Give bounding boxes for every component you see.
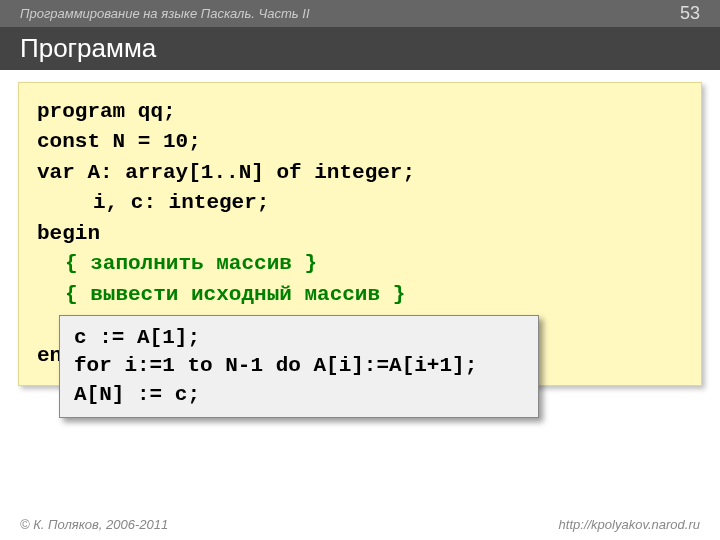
code-line: var A: array[1..N] of integer;: [37, 158, 683, 188]
footer: © К. Поляков, 2006-2011 http://kpolyakov…: [0, 511, 720, 540]
inset-code-box: c := A[1]; for i:=1 to N-1 do A[i]:=A[i+…: [59, 315, 539, 418]
header-bar: Программирование на языке Паскаль. Часть…: [0, 0, 720, 27]
code-block: program qq; const N = 10; var A: array[1…: [18, 82, 702, 386]
code-comment: { вывести исходный массив }: [37, 280, 683, 310]
page-number: 53: [680, 3, 700, 24]
inset-line: c := A[1];: [74, 324, 524, 352]
code-line: begin: [37, 219, 683, 249]
inset-line: for i:=1 to N-1 do A[i]:=A[i+1];: [74, 352, 524, 380]
code-line: i, c: integer;: [37, 188, 683, 218]
page-title: Программа: [0, 27, 720, 70]
breadcrumb: Программирование на языке Паскаль. Часть…: [20, 6, 310, 21]
inset-line: A[N] := c;: [74, 381, 524, 409]
footer-url: http://kpolyakov.narod.ru: [559, 517, 700, 532]
copyright: © К. Поляков, 2006-2011: [20, 517, 168, 532]
code-line: program qq;: [37, 97, 683, 127]
code-line: const N = 10;: [37, 127, 683, 157]
code-comment: { заполнить массив }: [37, 249, 683, 279]
